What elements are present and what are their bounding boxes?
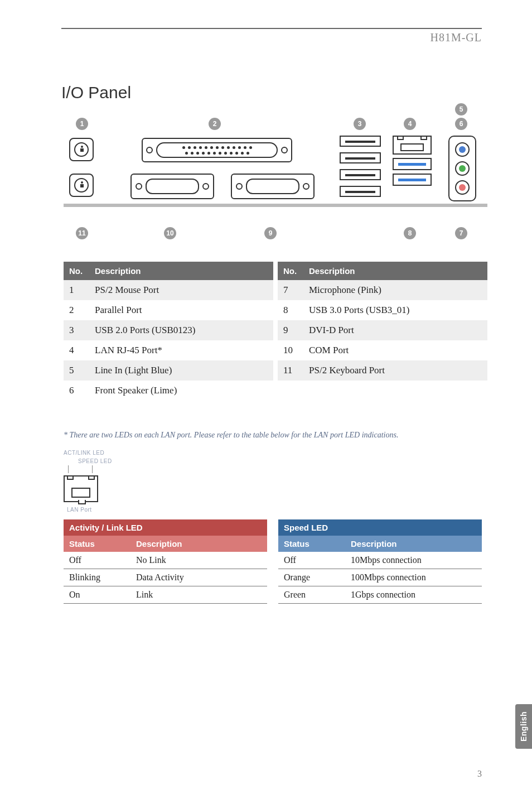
desc-head-no-right: No. xyxy=(278,262,303,280)
table-row: 1PS/2 Mouse Port7Microphone (Pink) xyxy=(64,280,487,300)
callout-2: 2 xyxy=(209,118,221,130)
desc-head-desc-left: Description xyxy=(89,262,273,280)
page-number: 3 xyxy=(477,769,482,779)
table-row: OnLink xyxy=(64,586,267,604)
callout-1: 1 xyxy=(76,118,88,130)
table-row: 5Line In (Light Blue)11PS/2 Keyboard Por… xyxy=(64,360,487,381)
language-tab: English xyxy=(515,704,532,749)
table-row: 3USB 2.0 Ports (USB0123)9DVI-D Port xyxy=(64,320,487,340)
desc-head-no-left: No. xyxy=(64,262,89,280)
lan-port-figure: ACT/LINK LED SPEED LED LAN Port xyxy=(64,449,130,514)
io-panel-diagram: 1 2 3 4 5 6 xyxy=(64,118,487,246)
table-row: BlinkingData Activity xyxy=(64,569,267,586)
callout-5: 5 xyxy=(455,103,467,115)
callout-4: 4 xyxy=(404,118,416,130)
jack-mic xyxy=(459,184,466,191)
act-col-status: Status xyxy=(64,536,130,552)
callout-11: 11 xyxy=(76,227,88,239)
callout-7: 7 xyxy=(455,227,467,239)
table-row: 6Front Speaker (Lime) xyxy=(64,381,487,401)
callout-6: 6 xyxy=(455,118,467,130)
page-title: I/O Panel xyxy=(61,83,482,102)
footnote: * There are two LEDs on each LAN port. P… xyxy=(64,431,482,440)
act-link-led-label: ACT/LINK LED xyxy=(64,449,130,457)
desc-head-desc-right: Description xyxy=(303,262,487,280)
table-row: Off10Mbps connection xyxy=(278,552,482,569)
table-row: 4LAN RJ-45 Port*10COM Port xyxy=(64,340,487,360)
table-row: OffNo Link xyxy=(64,552,267,569)
description-table: No. Description No. Description 1PS/2 Mo… xyxy=(64,262,487,401)
speed-table-title: Speed LED xyxy=(278,519,482,536)
table-row: Orange100Mbps connection xyxy=(278,569,482,586)
top-rule xyxy=(61,28,482,29)
speed-col-status: Status xyxy=(278,536,345,552)
act-table-title: Activity / Link LED xyxy=(64,519,267,536)
model-label: H81M-GL xyxy=(61,31,482,44)
speed-led-table: Speed LED Status Description Off10Mbps c… xyxy=(278,519,482,604)
callout-8: 8 xyxy=(404,227,416,239)
speed-led-label: SPEED LED xyxy=(78,457,130,465)
jack-speaker xyxy=(459,165,466,172)
table-row: 2Parallel Port8USB 3.0 Ports (USB3_01) xyxy=(64,300,487,320)
speed-col-desc: Description xyxy=(345,536,482,552)
act-col-desc: Description xyxy=(130,536,267,552)
lan-port-label: LAN Port xyxy=(67,506,130,514)
jack-line-in xyxy=(459,146,466,153)
callout-10: 10 xyxy=(164,227,176,239)
callout-9: 9 xyxy=(264,227,277,239)
callout-3: 3 xyxy=(354,118,366,130)
activity-link-led-table: Activity / Link LED Status Description O… xyxy=(64,519,267,604)
table-row: Green1Gbps connection xyxy=(278,586,482,604)
